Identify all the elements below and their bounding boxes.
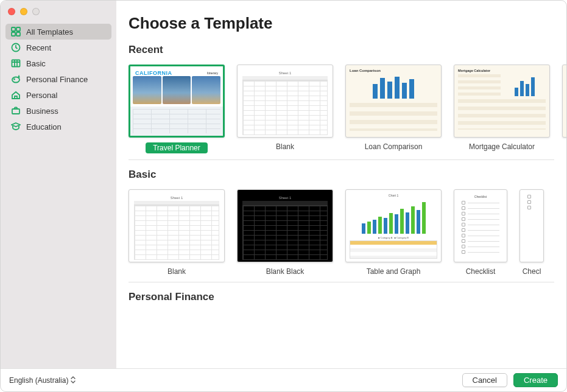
thumb-heading: Mortgage Calculator	[458, 69, 546, 72]
sidebar-item-label: Education	[26, 122, 62, 131]
template-thumb: Portfolio $48765.00	[562, 65, 566, 138]
template-table-and-graph[interactable]: Chart 1 ■ Category A ■ Category B Ta	[345, 189, 442, 276]
sidebar-item-label: Recent	[26, 43, 51, 52]
templates-icon	[10, 26, 21, 37]
svg-rect-5	[12, 60, 20, 67]
finance-icon	[10, 74, 21, 85]
sidebar-item-all-templates[interactable]: All Templates	[5, 24, 111, 40]
template-blank-black[interactable]: Sheet 1 Blank Black	[237, 189, 333, 276]
page-title: Choose a Template	[129, 14, 566, 33]
section-header-recent: Recent	[129, 44, 566, 56]
sidebar-item-label: All Templates	[26, 27, 73, 37]
close-window-button[interactable]	[8, 8, 15, 15]
template-my-stocks[interactable]: Portfolio $48765.00 My Stocks	[562, 65, 566, 153]
create-button[interactable]: Create	[513, 373, 558, 387]
sidebar-item-personal[interactable]: Personal	[5, 87, 111, 103]
template-thumb: Sheet 1	[237, 65, 333, 138]
svg-rect-3	[16, 32, 20, 36]
template-label: Blank Black	[266, 267, 305, 276]
sidebar-item-label: Basic	[26, 59, 46, 68]
section-header-personal-finance: Personal Finance	[129, 291, 566, 303]
svg-rect-0	[12, 27, 15, 31]
template-thumb: Checklist	[454, 189, 507, 262]
language-selector[interactable]: English (Australia)	[9, 376, 76, 385]
sidebar-item-personal-finance[interactable]: Personal Finance	[5, 71, 111, 87]
template-thumb: Sheet 1	[129, 189, 225, 262]
sidebar-item-recent[interactable]: Recent	[5, 40, 111, 55]
thumb-heading: Checklist	[462, 195, 499, 198]
template-label: Checklist	[466, 267, 496, 276]
thumb-subheading: Itinerary	[207, 71, 218, 75]
template-label: Blank	[276, 142, 294, 151]
template-thumb	[519, 189, 544, 262]
main-panel: Choose a Template Recent CALIFORNIA Itin…	[116, 1, 566, 368]
language-label: English (Australia)	[9, 376, 68, 385]
svg-point-6	[12, 77, 19, 83]
sidebar: All Templates Recent Basic Personal Fina…	[1, 1, 116, 368]
personal-icon	[10, 89, 21, 100]
sidebar-item-basic[interactable]: Basic	[5, 55, 111, 71]
zoom-window-button[interactable]	[32, 8, 40, 15]
sidebar-item-business[interactable]: Business	[5, 103, 111, 119]
template-thumb: Mortgage Calculator	[454, 65, 550, 138]
sidebar-item-label: Personal Finance	[26, 75, 88, 84]
template-thumb: Sheet 1	[237, 189, 333, 262]
sidebar-list: All Templates Recent Basic Personal Fina…	[1, 21, 116, 137]
svg-point-7	[14, 79, 15, 79]
sidebar-item-label: Personal	[26, 91, 57, 100]
template-thumb: CALIFORNIA Itinerary	[129, 65, 225, 138]
template-label: Loan Comparison	[365, 142, 423, 151]
template-blank[interactable]: Sheet 1 Blank	[237, 65, 333, 153]
template-label: Checl	[523, 267, 541, 276]
sidebar-item-education[interactable]: Education	[5, 119, 111, 135]
chevron-updown-icon	[71, 376, 76, 385]
section-divider	[129, 282, 554, 282]
svg-rect-2	[12, 32, 15, 36]
recent-row: CALIFORNIA Itinerary Travel Planner Shee…	[129, 65, 566, 153]
template-label: Travel Planner	[146, 142, 208, 153]
recent-icon	[10, 42, 21, 53]
education-icon	[10, 121, 21, 132]
svg-rect-8	[12, 109, 19, 114]
template-thumb: Loan Comparison	[345, 65, 442, 138]
template-label: Blank	[167, 267, 186, 276]
basic-icon	[10, 58, 21, 69]
template-thumb: Chart 1 ■ Category A ■ Category B	[345, 189, 442, 262]
template-loan-comparison[interactable]: Loan Comparison Loan Comparison	[345, 65, 442, 153]
template-blank-basic[interactable]: Sheet 1 Blank	[129, 189, 225, 276]
section-divider	[129, 159, 554, 160]
minimize-window-button[interactable]	[20, 8, 27, 15]
window-body: All Templates Recent Basic Personal Fina…	[1, 1, 566, 368]
basic-row: Sheet 1 Blank Sheet 1 Blank Black	[129, 189, 566, 276]
template-label: Table and Graph	[367, 267, 421, 276]
window-controls	[1, 1, 116, 21]
business-icon	[10, 105, 21, 116]
thumb-heading: CALIFORNIA	[135, 70, 172, 76]
section-header-basic: Basic	[129, 169, 566, 181]
template-mortgage-calculator[interactable]: Mortgage Calculator Mortgage Calculator	[454, 65, 550, 153]
svg-rect-1	[16, 27, 20, 31]
template-checklist[interactable]: Checklist	[454, 189, 507, 276]
template-label: Mortgage Calculator	[469, 142, 535, 151]
footer-bar: English (Australia) Cancel Create	[1, 368, 566, 391]
sidebar-item-label: Business	[26, 107, 58, 116]
template-travel-planner[interactable]: CALIFORNIA Itinerary Travel Planner	[129, 65, 225, 153]
template-checklist-2[interactable]: Checl	[519, 189, 544, 276]
cancel-button[interactable]: Cancel	[462, 373, 507, 387]
template-gallery: Choose a Template Recent CALIFORNIA Itin…	[116, 1, 566, 368]
template-chooser-window: All Templates Recent Basic Personal Fina…	[0, 0, 567, 392]
